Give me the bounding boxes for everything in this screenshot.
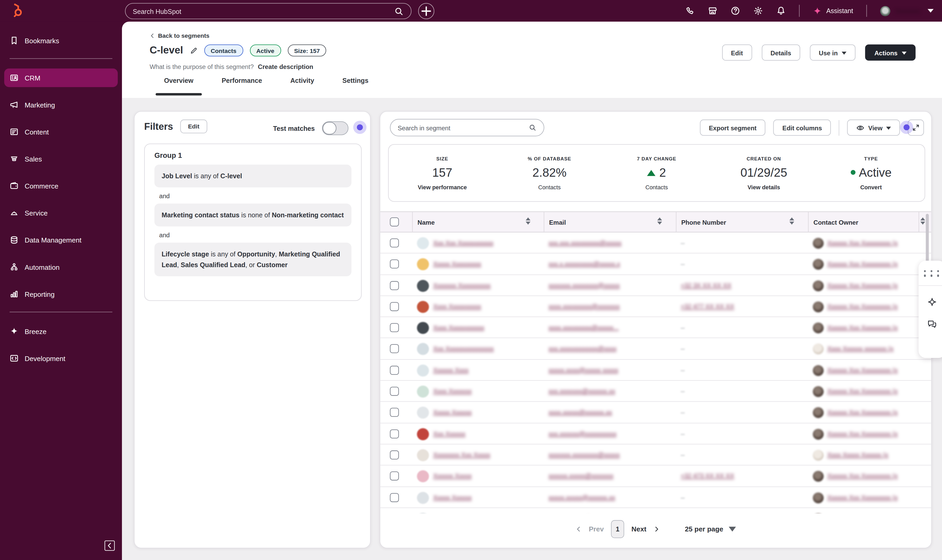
sort-icon[interactable] xyxy=(526,217,530,225)
stat-sub-link[interactable]: Convert xyxy=(860,183,882,190)
column-header-name[interactable]: Name xyxy=(412,212,544,232)
contact-name-link[interactable]: Xxxxxx Xxxxx xyxy=(433,472,472,479)
contact-email-link[interactable]: xxx.x.xxxxxxxxx@xxxxx.x xyxy=(549,260,620,268)
contact-email-link[interactable]: xxxx.xxxxxxxxx@xxxxx... xyxy=(549,324,619,331)
contact-owner-link[interactable]: Xxxxxx Xxx Xxxxxxxxx (x xyxy=(827,239,898,246)
contact-name-link[interactable]: Xxxxxx Xxxx xyxy=(433,366,469,373)
contact-email-link[interactable]: xxxxx.xxxxx@xxxxxx.xx xyxy=(549,494,615,500)
contact-owner-link[interactable]: Xxxxxx Xxx Xxxxxxxxx (x xyxy=(827,494,898,500)
phone-cell[interactable]: +32 473 XX XX XX xyxy=(680,472,734,479)
select-all-checkbox[interactable] xyxy=(390,217,399,226)
phone-icon[interactable] xyxy=(685,6,695,16)
contact-email-link[interactable]: xxx.xxxxxxx@xxxxxx.xx xyxy=(549,388,615,395)
use-in-button[interactable]: Use in xyxy=(810,45,856,61)
row-checkbox[interactable] xyxy=(390,281,399,290)
contact-owner-link[interactable]: Xxxxxx Xxx Xxxxxxxxx (x xyxy=(827,388,898,395)
sort-icon[interactable] xyxy=(790,217,794,225)
marketplace-icon[interactable] xyxy=(708,6,717,16)
drag-handle-dots-icon[interactable] xyxy=(924,270,940,277)
column-header-owner[interactable]: Contact Owner xyxy=(808,212,919,232)
contact-email-link[interactable]: xxxxxx.xxxxx@xxxxxxx xyxy=(549,472,614,479)
contact-owner-link[interactable]: Xxxxxx Xxx Xxxxxxxxx (x xyxy=(827,303,898,310)
contact-owner-link[interactable]: Xxxxxx Xxx Xxxxxxxxx (x xyxy=(827,281,898,288)
contact-name-link[interactable]: Xxx Xxx Xxxxxxxxxxx xyxy=(433,239,494,246)
contact-name-link[interactable]: Xxx Xxxxxx xyxy=(433,430,465,437)
filter-condition[interactable]: Marketing contact status is none of Non-… xyxy=(154,204,351,226)
row-checkbox[interactable] xyxy=(390,366,399,375)
contact-owner-link[interactable]: Xxxx Xxxxx Xxxxxx (x xyxy=(827,451,888,458)
onboarding-beacon[interactable] xyxy=(353,121,366,134)
contact-owner-link[interactable]: Xxxxxx Xxx Xxxxxxxxx (x xyxy=(827,366,898,373)
help-icon[interactable] xyxy=(731,6,740,16)
contact-owner-link[interactable]: Xxxxxx Xxx Xxxxxxxxx (x xyxy=(827,324,898,331)
row-checkbox[interactable] xyxy=(390,323,399,332)
search-in-segment-input[interactable]: Search in segment xyxy=(390,119,545,136)
contact-name-link[interactable]: Xxx Xxxxxxxxxxxxxxx xyxy=(433,345,494,352)
contact-email-link[interactable]: xxxx.xxxxx@xxxxxx.xx xyxy=(549,409,612,416)
ai-sparkle-icon[interactable] xyxy=(927,297,937,307)
sidebar-item-bookmarks[interactable]: Bookmarks xyxy=(4,31,118,50)
contact-name-link[interactable]: Xxxxxxx Xxxxxxxxxx xyxy=(433,281,491,288)
prev-page-chevron-icon[interactable] xyxy=(576,526,582,532)
filter-condition[interactable]: Lifecycle stage is any of Opportunity, M… xyxy=(154,243,351,276)
contact-email-link[interactable]: xxxxxxx.xxxxxxxx@xxxxx xyxy=(549,281,620,288)
details-button[interactable]: Details xyxy=(762,45,800,61)
contact-name-link[interactable]: Xxxx Xxxxxxx xyxy=(433,388,472,395)
contact-name-link[interactable]: Xxxxx Xxxxxx xyxy=(433,409,472,416)
sort-icon[interactable] xyxy=(657,217,662,225)
edit-filters-button[interactable]: Edit xyxy=(180,120,207,134)
phone-cell[interactable]: +32 477 XX XX XX xyxy=(680,303,734,310)
row-checkbox[interactable] xyxy=(390,345,399,354)
back-to-segments-link[interactable]: Back to segments xyxy=(149,32,209,39)
settings-icon[interactable] xyxy=(754,6,763,16)
stat-sub-link[interactable]: View performance xyxy=(418,183,467,190)
row-checkbox[interactable] xyxy=(390,472,399,480)
sidebar-item-development[interactable]: Development xyxy=(4,349,118,368)
onboarding-beacon[interactable] xyxy=(900,121,913,134)
contact-email-link[interactable]: xxx.xxxxxx@xxxxxxxxxx xyxy=(549,430,617,437)
contact-email-link[interactable]: xxxxx.xxxx@xxxxx xxxxx xyxy=(549,366,619,373)
tab-overview[interactable]: Overview xyxy=(155,77,202,95)
contact-name-link[interactable]: Xxxxx Xxxxxxxxx xyxy=(433,260,481,268)
contact-owner-link[interactable]: Xxxxxx Xxx Xxxxxxxxx (x xyxy=(827,260,898,268)
hubspot-logo[interactable] xyxy=(10,3,25,18)
contact-owner-link[interactable]: Xxxxxx Xxx Xxxxxxxxx (x xyxy=(827,430,898,437)
next-page-button[interactable]: Next xyxy=(631,525,646,532)
edit-button[interactable]: Edit xyxy=(722,45,752,61)
contact-name-link[interactable]: Xxxx Xxxxxxxxxx xyxy=(433,303,481,310)
row-checkbox[interactable] xyxy=(390,451,399,459)
tab-activity[interactable]: Activity xyxy=(282,77,323,95)
sort-icon[interactable] xyxy=(920,217,925,225)
phone-cell[interactable]: +32 3X XX XX XX xyxy=(680,281,731,288)
row-checkbox[interactable] xyxy=(390,238,399,247)
view-button[interactable]: View xyxy=(847,120,900,136)
edit-columns-button[interactable]: Edit columns xyxy=(773,120,831,136)
row-checkbox[interactable] xyxy=(390,387,399,395)
quick-create-button[interactable] xyxy=(418,3,434,19)
contact-email-link[interactable]: xxx.xxx.xxxxxxxxx@xxxxx xyxy=(549,239,622,246)
edit-name-pencil-icon[interactable] xyxy=(189,47,197,55)
contact-email-link[interactable]: xxxxxxx.xxxxxxxx@xxxxx xyxy=(549,451,620,458)
sidebar-item-crm[interactable]: CRM xyxy=(4,68,118,87)
prev-page-button[interactable]: Prev xyxy=(589,525,604,532)
row-checkbox[interactable] xyxy=(390,493,399,502)
sidebar-item-breeze[interactable]: Breeze xyxy=(4,322,118,340)
column-header-email[interactable]: Email xyxy=(543,212,676,232)
notifications-icon[interactable] xyxy=(777,6,786,16)
contact-name-link[interactable]: Xxxxxxxx Xxx Xxxxx xyxy=(433,451,490,458)
contact-name-link[interactable]: Xxxxx Xxxxxx xyxy=(433,494,472,500)
contact-name-link[interactable]: Xxxx Xxxxxxxxxxx xyxy=(433,324,484,331)
contact-owner-link[interactable]: Xxxx Xxxxxx xxxxxxx (x xyxy=(827,345,893,352)
chat-icon[interactable] xyxy=(927,319,937,329)
user-menu[interactable]: Xxxxxxxx xyxy=(880,6,934,16)
sidebar-item-data-management[interactable]: Data Management xyxy=(4,231,118,249)
assistant-button[interactable]: Assistant xyxy=(813,6,853,15)
create-description-link[interactable]: Create description xyxy=(258,63,313,70)
sidebar-item-marketing[interactable]: Marketing xyxy=(4,95,118,114)
global-search-input[interactable]: Search HubSpot xyxy=(125,3,411,19)
tab-settings[interactable]: Settings xyxy=(334,77,377,95)
contact-owner-link[interactable]: Xxxxxx Xxx Xxxxxxxxx (x xyxy=(827,409,898,416)
column-header-phone[interactable]: Phone Number xyxy=(676,212,808,232)
sidebar-item-sales[interactable]: Sales xyxy=(4,149,118,168)
stat-sub-link[interactable]: View details xyxy=(747,183,780,190)
